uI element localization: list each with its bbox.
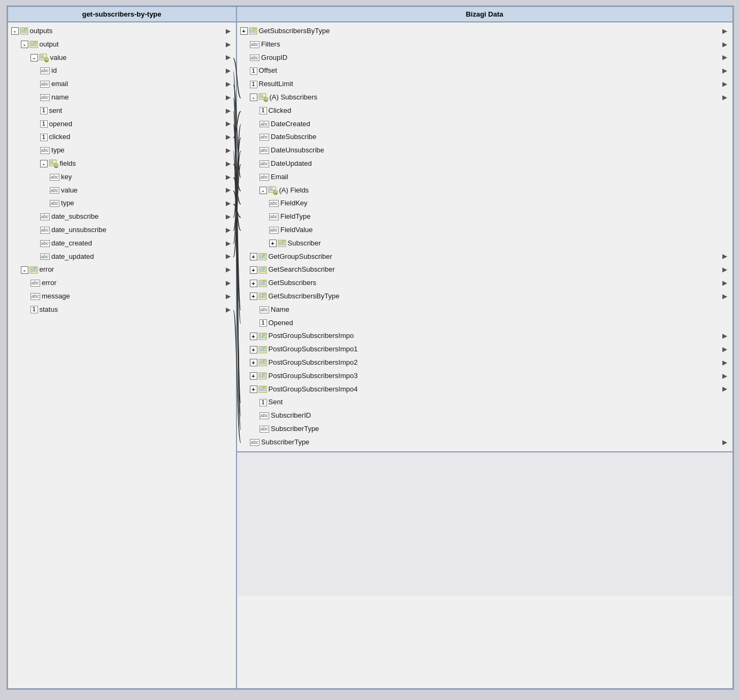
- tree-node-email: abcemail▶: [11, 78, 233, 91]
- arrow-r_SubscriberType2: ▶: [722, 437, 727, 448]
- expand-icon-r_PostGroupSubscribersImpo1[interactable]: +: [250, 346, 257, 353]
- label-error: error: [40, 264, 54, 275]
- expand-icon-r_GetSearchSubscriber[interactable]: +: [250, 266, 257, 274]
- expand-icon-value[interactable]: -: [30, 54, 38, 61]
- tree-node-r_Sent: 1Sent: [240, 396, 729, 409]
- svg-rect-61: [260, 348, 263, 350]
- svg-rect-10: [41, 57, 45, 58]
- svg-rect-21: [34, 267, 36, 270]
- expand-icon-r_PostGroupSubscribersImpo3[interactable]: +: [250, 372, 257, 380]
- abc-icon: abc: [40, 240, 50, 247]
- left-panel: get-subscribers-by-type - outputs▶- outp…: [7, 6, 237, 689]
- abc-icon: abc: [50, 200, 60, 207]
- tree-node-r_FieldKey: abcFieldKey: [240, 197, 729, 210]
- tree-node-r_GroupID: abcGroupID▶: [240, 51, 729, 65]
- arrow-r_GetGroupSubscriber: ▶: [722, 251, 727, 261]
- svg-rect-27: [260, 95, 263, 96]
- tree-node-sent: 1sent▶: [11, 104, 233, 118]
- expand-icon-r_GetSubscribers[interactable]: +: [250, 280, 257, 287]
- expand-icon-fields[interactable]: -: [40, 160, 48, 167]
- num-icon: 1: [30, 306, 38, 313]
- abc-icon: abc: [260, 160, 270, 167]
- label-outputs: outputs: [30, 26, 53, 37]
- arrow-output: ▶: [226, 40, 231, 50]
- arrow-errorf: ▶: [226, 278, 231, 288]
- tree-node-key: abckey▶: [11, 171, 233, 184]
- tree-node-r_DateUnsubscribe: abcDateUnsubscribe: [240, 144, 729, 157]
- svg-rect-3: [25, 28, 27, 30]
- abc-icon: abc: [250, 55, 260, 61]
- svg-rect-19: [31, 268, 34, 270]
- num-icon: 1: [260, 107, 267, 114]
- tree-node-date_updated: abcdate_updated▶: [11, 250, 233, 264]
- tree-node-r_Fields: - o (A) Fields: [240, 184, 729, 197]
- arrow-r_PostGroupSubscribersImpo4: ▶: [722, 384, 727, 394]
- svg-text:o: o: [55, 165, 57, 168]
- bottom-section: [237, 451, 733, 596]
- arrow-ftype: ▶: [226, 198, 231, 209]
- obj-icon: [20, 27, 28, 35]
- abc-icon: abc: [40, 253, 50, 260]
- expand-icon-error[interactable]: -: [21, 266, 28, 274]
- tree-node-r_GetSubscribersByType: + GetSubscribersByType▶: [240, 25, 729, 38]
- label-r_Sent: Sent: [269, 397, 283, 408]
- expand-icon-r_Fields[interactable]: -: [260, 187, 267, 194]
- label-id: id: [51, 65, 57, 76]
- svg-rect-45: [260, 268, 263, 270]
- tree-node-status: 1status▶: [11, 303, 233, 317]
- expand-icon-r_GetGroupSubscriber[interactable]: +: [250, 253, 257, 260]
- abc-icon: abc: [40, 213, 50, 220]
- svg-rect-49: [260, 281, 263, 283]
- label-r_DateUpdated: DateUpdated: [271, 158, 312, 170]
- label-r_PostGroupSubscribersImpo0: PostGroupSubscribersImpo: [269, 330, 354, 342]
- tree-node-r_GetSubscribersByType2: + GetSubscribersByType▶: [240, 290, 729, 303]
- label-ftype: type: [61, 198, 74, 209]
- abc-icon: abc: [30, 293, 41, 300]
- svg-rect-32: [270, 188, 272, 189]
- label-key: key: [61, 172, 72, 183]
- label-r_GetGroupSubscriber: GetGroupSubscriber: [269, 251, 332, 263]
- num-icon: 1: [250, 67, 257, 75]
- expand-icon-r_Subscriber[interactable]: +: [269, 240, 277, 247]
- svg-rect-71: [263, 373, 265, 375]
- expand-icon-r_GetSubscribersByType[interactable]: +: [240, 27, 248, 35]
- abc-icon: abc: [269, 213, 279, 220]
- tree-node-r_Subscriber: + Subscriber: [240, 237, 729, 250]
- tree-node-r_Clicked: 1Clicked: [240, 104, 729, 118]
- expand-icon-output[interactable]: -: [21, 41, 28, 48]
- svg-text:o: o: [265, 98, 267, 102]
- tree-node-r_Subscribers: - o (A) Subscribers▶: [240, 91, 729, 104]
- label-r_DateUnsubscribe: DateUnsubscribe: [271, 145, 324, 156]
- expand-icon-outputs[interactable]: -: [11, 27, 19, 35]
- obj-icon: [29, 266, 38, 274]
- expand-icon-r_PostGroupSubscribersImpo0[interactable]: +: [250, 333, 257, 340]
- arrow-opened: ▶: [226, 119, 231, 129]
- expand-icon-r_PostGroupSubscribersImpo2[interactable]: +: [250, 359, 257, 366]
- svg-rect-54: [260, 297, 265, 298]
- label-r_PostGroupSubscribersImpo3: PostGroupSubscribersImpo3: [269, 371, 358, 382]
- num-icon: 1: [260, 399, 267, 406]
- tree-node-clicked: 1clicked▶: [11, 130, 233, 144]
- abc-icon: abc: [260, 306, 270, 313]
- abc-icon: abc: [260, 134, 270, 141]
- obj-circle-icon: o: [49, 159, 58, 168]
- tree-node-type: abctype▶: [11, 144, 233, 157]
- svg-rect-65: [260, 360, 263, 363]
- svg-rect-46: [260, 271, 265, 272]
- expand-icon-r_GetSubscribersByType2[interactable]: +: [250, 293, 257, 300]
- arrow-sent: ▶: [226, 106, 231, 116]
- tree-node-r_GetSubscribers: + GetSubscribers▶: [240, 276, 729, 290]
- right-tree: + GetSubscribersByType▶abcFilters▶abcGro…: [237, 22, 733, 451]
- arrow-r_GetSubscribersByType2: ▶: [722, 291, 727, 302]
- expand-icon-r_Subscribers[interactable]: -: [250, 94, 257, 101]
- svg-rect-55: [263, 294, 265, 296]
- label-fvalue: value: [61, 185, 78, 196]
- expand-icon-r_PostGroupSubscribersImpo4[interactable]: +: [250, 386, 257, 393]
- arrow-r_GetSearchSubscriber: ▶: [722, 265, 727, 275]
- label-r_Offset: Offset: [259, 65, 277, 76]
- label-r_Clicked: Clicked: [269, 105, 292, 117]
- tree-node-output: - output▶: [11, 38, 233, 51]
- svg-rect-6: [31, 45, 36, 46]
- tree-node-r_Filters: abcFilters▶: [240, 38, 729, 51]
- tree-node-name: abcname▶: [11, 91, 233, 104]
